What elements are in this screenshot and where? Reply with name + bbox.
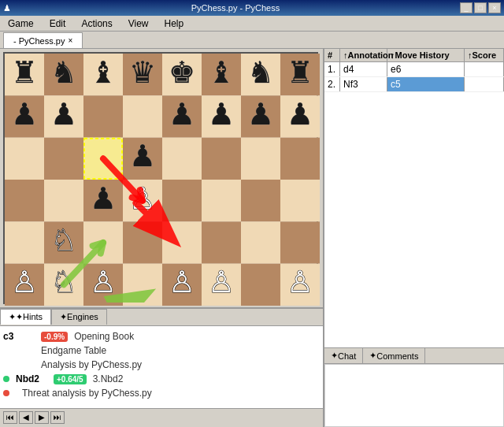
hints-content: c3 -0.9% Opening Book Endgame Table Anal…	[0, 326, 323, 408]
menu-edit[interactable]: Edit	[45, 17, 71, 31]
tab-engines[interactable]: ✦Engines	[51, 309, 107, 325]
move-history-header: # ↑Annotation ↑Move History ↑Score	[324, 49, 504, 62]
window-title: PyChess.py - PyChess	[11, 3, 460, 13]
close-button[interactable]: ×	[488, 2, 501, 13]
hint-row-1: c3 -0.9% Opening Book	[3, 329, 320, 343]
comments-tab-label: Comments	[376, 351, 418, 361]
engines-tab-label: ✦Engines	[60, 312, 98, 322]
move-history: # ↑Annotation ↑Move History ↑Score 1. d4…	[324, 49, 504, 348]
chat-tab-indicator: ✦	[331, 351, 338, 361]
chat-tabs: ✦ Chat ✦ Comments	[324, 348, 504, 364]
toolbar-next-button[interactable]: ▶	[35, 411, 49, 424]
main-content: ✦ ✦Hints ✦Engines c3 -0.9% Opening Book …	[0, 49, 504, 427]
title-bar-icon: ♟	[3, 3, 11, 13]
maximize-button[interactable]: □	[474, 2, 487, 13]
hint-row-2: Endgame Table	[3, 343, 320, 358]
move-row-2: 2. Nf3 c5	[324, 77, 504, 92]
menu-game[interactable]: Game	[3, 17, 39, 31]
tab-close-button[interactable]: ×	[68, 36, 72, 45]
move-white-1: d4	[340, 62, 387, 76]
chess-canvas[interactable]	[5, 54, 320, 306]
hint-badge-1: -0.9%	[41, 332, 68, 342]
hint-indicator-5	[3, 390, 9, 396]
hint-indicator-4	[3, 376, 9, 382]
hint-description-5: Threat analysis by PyChess.py	[16, 388, 320, 399]
chat-panel: ✦ Chat ✦ Comments	[324, 348, 504, 427]
right-panel: # ↑Annotation ↑Move History ↑Score 1. d4…	[323, 49, 504, 427]
hint-description-4: 3.Nbd2	[93, 373, 320, 384]
tab-label: - PyChess.py	[13, 36, 65, 46]
hints-tab-indicator: ✦	[9, 312, 16, 322]
move-num-2: 2.	[324, 77, 340, 91]
comments-tab-indicator: ✦	[369, 351, 376, 361]
move-score-1	[465, 62, 504, 76]
toolbar-last-button[interactable]: ⏭	[50, 411, 65, 424]
move-black-1: e6	[387, 62, 465, 76]
hint-move-1: c3	[3, 331, 35, 342]
bottom-panel: ✦ ✦Hints ✦Engines c3 -0.9% Opening Book …	[0, 307, 323, 425]
menu-bar: Game Edit Actions View Help	[0, 16, 504, 32]
chat-tab-label: Chat	[338, 351, 356, 361]
chat-content	[324, 364, 504, 427]
title-bar: ♟ PyChess.py - PyChess _ □ ×	[0, 0, 504, 16]
col-movehistory: ↑Move History	[387, 49, 465, 61]
window-controls: _ □ ×	[460, 2, 501, 13]
hint-row-3: Analysis by PyChess.py	[3, 358, 320, 372]
minimize-button[interactable]: _	[460, 2, 472, 13]
tab-chat[interactable]: ✦ Chat	[324, 348, 363, 363]
tab-bar: - PyChess.py ×	[0, 32, 504, 49]
move-num-1: 1.	[324, 62, 340, 76]
bottom-tabs: ✦ ✦Hints ✦Engines	[0, 309, 323, 326]
col-num: #	[324, 49, 340, 61]
tab-comments[interactable]: ✦ Comments	[363, 348, 425, 363]
hint-description-1: Opening Book	[74, 331, 320, 342]
chess-board-container[interactable]	[3, 52, 318, 304]
menu-help[interactable]: Help	[160, 17, 189, 31]
toolbar-prev-button[interactable]: ◀	[19, 411, 33, 424]
bottom-toolbar: ⏮ ◀ ▶ ⏭	[0, 408, 323, 425]
hint-move-4: Nbd2	[16, 373, 47, 384]
move-white-2: Nf3	[340, 77, 387, 91]
hint-badge-4: +0.64/5	[54, 374, 87, 384]
col-annotation: ↑Annotation	[340, 49, 387, 61]
hint-row-5: Threat analysis by PyChess.py	[3, 386, 320, 400]
move-row-1: 1. d4 e6	[324, 62, 504, 77]
hint-description-2: Endgame Table	[3, 345, 320, 356]
tab-hints[interactable]: ✦ ✦Hints	[0, 309, 51, 325]
menu-actions[interactable]: Actions	[76, 17, 117, 31]
hints-tab-label: ✦Hints	[16, 312, 43, 322]
move-score-2	[465, 77, 504, 91]
col-score: ↑Score	[465, 49, 504, 61]
toolbar-first-button[interactable]: ⏮	[3, 411, 17, 424]
hint-row-4: Nbd2 +0.64/5 3.Nbd2	[3, 372, 320, 386]
hint-description-3: Analysis by PyChess.py	[3, 359, 320, 370]
tab-pychess[interactable]: - PyChess.py ×	[3, 32, 83, 48]
chess-area: ✦ ✦Hints ✦Engines c3 -0.9% Opening Book …	[0, 49, 323, 427]
move-black-2: c5	[387, 77, 465, 91]
menu-view[interactable]: View	[124, 17, 154, 31]
